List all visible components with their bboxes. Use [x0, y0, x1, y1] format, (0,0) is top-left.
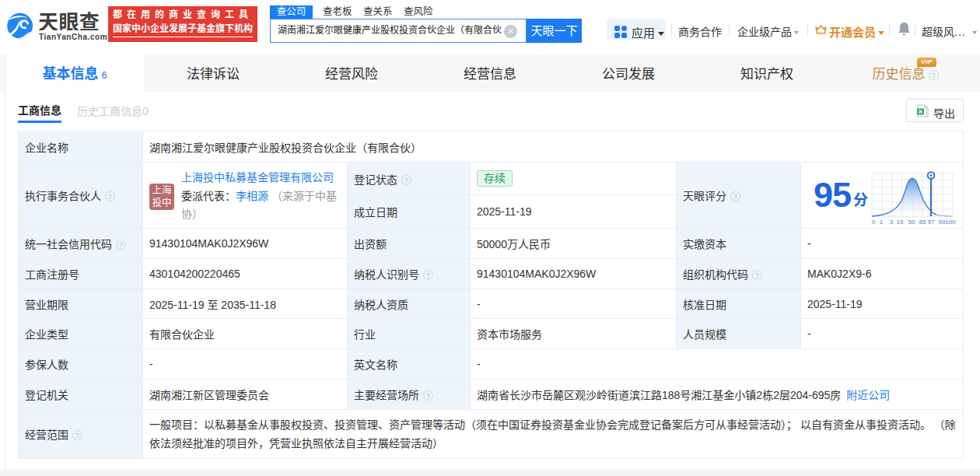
svg-text:50: 50: [908, 219, 915, 226]
svg-text:3: 3: [890, 219, 894, 226]
svg-text:100: 100: [945, 219, 956, 226]
svg-text:15: 15: [897, 219, 904, 226]
svg-text:1: 1: [880, 219, 884, 226]
svg-text:85: 85: [919, 219, 926, 226]
svg-text:97: 97: [928, 219, 935, 226]
svg-text:0: 0: [872, 219, 876, 226]
